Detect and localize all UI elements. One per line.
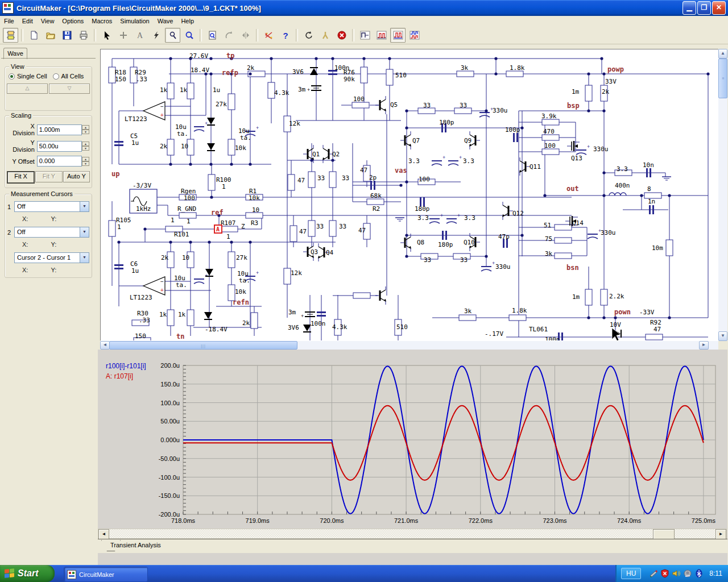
- cursor-diff-select[interactable]: Cursor 2 - Cursor 1▼: [14, 252, 89, 263]
- tablet-pen-icon[interactable]: [649, 569, 658, 578]
- toolbar: A ?: [0, 26, 728, 44]
- y-division-input[interactable]: 50.00u: [37, 141, 82, 152]
- save-file-button[interactable]: [59, 28, 75, 43]
- schematic-horizontal-scrollbar[interactable]: ◄ ||| ►: [100, 341, 718, 350]
- radio-all-cells[interactable]: All Cells: [53, 73, 84, 80]
- cursor1-select[interactable]: Off▼: [14, 201, 89, 212]
- print-button[interactable]: [76, 28, 91, 43]
- scroll-left-icon[interactable]: ◄: [100, 341, 110, 350]
- new-file-button[interactable]: [26, 28, 42, 43]
- check-wrench-button[interactable]: [317, 28, 333, 43]
- restore-button[interactable]: ❐: [697, 1, 711, 15]
- tab-transient-analysis[interactable]: Transient Analysis: [101, 540, 170, 551]
- svg-text:.33: .33: [136, 76, 147, 83]
- reset-sim-button[interactable]: [301, 28, 316, 43]
- cell-down-button[interactable]: ▽: [49, 84, 90, 94]
- language-indicator[interactable]: HU: [621, 568, 641, 579]
- title-bar[interactable]: CircuitMaker - [C:\Program Files\Circuit…: [0, 0, 728, 16]
- menu-options[interactable]: Options: [58, 16, 88, 26]
- help-button[interactable]: ?: [278, 28, 293, 43]
- menu-help[interactable]: Help: [177, 16, 198, 26]
- svg-text:1n: 1n: [648, 198, 655, 205]
- wave-scroll-thumb[interactable]: [653, 529, 675, 539]
- mute-speaker-icon[interactable]: [683, 569, 692, 578]
- app-icon[interactable]: [2, 2, 14, 14]
- mirror-button[interactable]: [238, 28, 253, 43]
- arrow-tool-button[interactable]: [99, 28, 114, 43]
- delete-tool-button[interactable]: [148, 28, 164, 43]
- svg-text:3m: 3m: [298, 86, 306, 93]
- x-division-label: X Division: [7, 123, 35, 136]
- mixed-scope-button[interactable]: [390, 28, 406, 43]
- waveform-plot[interactable]: 200.0u150.0u100.0u50.00u0.000u-50.00u-10…: [98, 350, 727, 529]
- y-offset-spinner[interactable]: ▲▼: [82, 157, 89, 166]
- svg-text:33: 33: [424, 256, 431, 264]
- menu-simulation[interactable]: Simulation: [116, 16, 153, 26]
- scroll-up-icon[interactable]: ▲: [718, 49, 727, 59]
- scroll-right-icon[interactable]: ►: [699, 341, 709, 350]
- menu-view[interactable]: View: [37, 16, 59, 26]
- svg-text:R101: R101: [174, 231, 189, 238]
- analog-scope-button[interactable]: [374, 28, 389, 43]
- digital-scope-button[interactable]: [407, 28, 422, 43]
- schematic-vertical-scrollbar[interactable]: ▲ ≡ ▼: [718, 49, 727, 341]
- bluetooth-icon[interactable]: [694, 569, 704, 578]
- schematic-view[interactable]: ++++++++++++++−+−+R18150R29.3327.6V18.4V…: [100, 49, 719, 341]
- trace-options-button[interactable]: [261, 28, 276, 43]
- minimize-button[interactable]: ▁: [682, 1, 696, 15]
- menu-wave[interactable]: Wave: [154, 16, 177, 26]
- fit-y-button[interactable]: Fit Y: [35, 171, 62, 182]
- start-button[interactable]: Start: [0, 565, 55, 582]
- wave-scroll-right-icon[interactable]: ►: [715, 529, 726, 539]
- svg-text:150: 150: [135, 332, 146, 340]
- svg-text:33: 33: [342, 174, 349, 182]
- svg-text:1kHz: 1kHz: [136, 205, 151, 213]
- svg-text:68k: 68k: [370, 192, 382, 199]
- y-division-spinner[interactable]: ▲▼: [82, 142, 89, 151]
- zoom-window-button[interactable]: [205, 28, 220, 43]
- y-offset-input[interactable]: 0.000: [37, 156, 82, 167]
- taskbar-clock[interactable]: 8:11: [709, 569, 722, 577]
- menu-file[interactable]: File: [0, 16, 18, 26]
- open-file-button[interactable]: [43, 28, 58, 43]
- tab-wave[interactable]: Wave: [3, 48, 27, 59]
- security-shield-icon[interactable]: [660, 569, 669, 578]
- x-division-spinner[interactable]: ▲▼: [82, 125, 89, 134]
- rotate-button[interactable]: [221, 28, 237, 43]
- stop-sim-button[interactable]: [334, 28, 349, 43]
- zoom-tool-button[interactable]: [181, 28, 197, 43]
- schematic-canvas[interactable]: ++++++++++++++−+−+R18150R29.3327.6V18.4V…: [101, 49, 718, 340]
- svg-text:723.0ms: 723.0ms: [543, 517, 567, 524]
- scope-setup-button[interactable]: [357, 28, 373, 43]
- svg-text:51: 51: [544, 222, 551, 229]
- svg-text:+: +: [307, 87, 310, 93]
- cursor2-select[interactable]: Off▼: [14, 227, 89, 238]
- waveform-horizontal-scrollbar[interactable]: ◄ ►: [98, 529, 727, 539]
- svg-text:180p: 180p: [439, 119, 454, 126]
- cell-up-button[interactable]: △: [7, 84, 48, 94]
- svg-text:up: up: [111, 170, 119, 178]
- menu-macros[interactable]: Macros: [88, 16, 116, 26]
- taskbar-item-circuitmaker[interactable]: CircuitMaker: [64, 567, 148, 582]
- svg-text:3k: 3k: [461, 64, 469, 72]
- radio-single-cell[interactable]: Single Cell: [9, 73, 47, 80]
- wire-tool-button[interactable]: [115, 28, 131, 43]
- close-button[interactable]: ✕: [712, 1, 726, 15]
- probe-tool-button[interactable]: [165, 28, 180, 43]
- auto-y-button[interactable]: Auto Y: [63, 171, 90, 182]
- svg-text:200.0u: 200.0u: [160, 362, 180, 369]
- svg-text:2k: 2k: [242, 319, 250, 327]
- x-division-input[interactable]: 1.000m: [37, 124, 82, 135]
- circuitmaker-window: CircuitMaker - [C:\Program Files\Circuit…: [0, 0, 728, 582]
- menu-edit[interactable]: Edit: [18, 16, 37, 26]
- fit-x-button[interactable]: Fit X: [7, 171, 35, 184]
- svg-text:100p: 100p: [545, 336, 560, 340]
- vertical-scroll-thumb[interactable]: ≡: [718, 59, 727, 98]
- text-tool-button[interactable]: A: [132, 28, 147, 43]
- volume-icon[interactable]: [672, 569, 681, 578]
- horizontal-scroll-thumb[interactable]: |||: [109, 341, 297, 350]
- scaling-group: Scaling X Division 1.000m ▲▼ Y Division …: [5, 115, 92, 188]
- scroll-down-icon[interactable]: ▼: [718, 331, 727, 341]
- wave-scroll-left-icon[interactable]: ◄: [98, 529, 109, 539]
- parts-browser-button[interactable]: [3, 28, 18, 43]
